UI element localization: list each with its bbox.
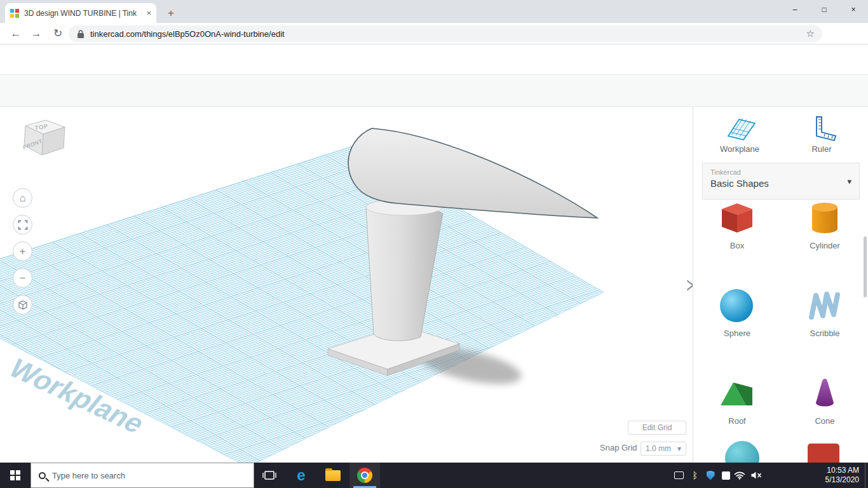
category-value: Basic Shapes bbox=[710, 178, 851, 189]
shape-tile-partial-red[interactable] bbox=[808, 444, 839, 463]
perspective-cube-icon bbox=[18, 300, 28, 310]
chrome-icon bbox=[357, 468, 372, 483]
snap-grid-label: Snap Grid bbox=[600, 443, 637, 452]
window-close-button[interactable]: × bbox=[839, 0, 868, 19]
snap-grid-select[interactable]: 1.0 mm ▾ bbox=[641, 442, 686, 456]
perspective-toggle-button[interactable] bbox=[13, 295, 32, 315]
browser-tab[interactable]: 3D design WIND TURBINE | Tink × bbox=[5, 3, 156, 23]
file-explorer-button[interactable] bbox=[318, 463, 348, 488]
3d-canvas[interactable]: Workplane TOP bbox=[0, 107, 693, 463]
window-minimize-button[interactable]: – bbox=[780, 0, 810, 19]
browser-tab-bar: 3D design WIND TURBINE | Tink × + – □ × bbox=[0, 0, 868, 23]
ruler-tool-label: Ruler bbox=[811, 144, 831, 154]
shapes-panel: Workplane Ruler Tinkercad Basic Shapes ▾ bbox=[693, 107, 868, 463]
ruler-tool-icon bbox=[804, 114, 839, 141]
edit-grid-button[interactable]: Edit Grid bbox=[628, 421, 686, 435]
window-controls: – □ × bbox=[780, 0, 868, 19]
screen: 3D design WIND TURBINE | Tink × + – □ × … bbox=[0, 0, 868, 488]
cylinder-shape-icon bbox=[804, 200, 845, 236]
search-icon bbox=[39, 472, 46, 479]
edit-toolbar: Import Export Send To bbox=[0, 75, 868, 107]
fit-view-button[interactable] bbox=[13, 215, 32, 234]
windows-logo-icon bbox=[10, 470, 20, 480]
workplane-tool-icon bbox=[722, 114, 757, 141]
defender-shield-icon[interactable] bbox=[703, 463, 718, 488]
search-input[interactable] bbox=[52, 471, 243, 480]
browser-address-bar: ← → ↻ tinkercad.com/things/elBp5Oz0OnA-w… bbox=[0, 23, 868, 44]
view-cube[interactable]: TOP FRONT bbox=[6, 117, 70, 165]
lock-icon bbox=[76, 29, 85, 39]
url-text: tinkercad.com/things/elBp5Oz0OnA-wind-tu… bbox=[90, 29, 806, 39]
tab-title: 3D design WIND TURBINE | Tink bbox=[24, 9, 142, 18]
roof-shape-icon bbox=[717, 375, 757, 412]
tinkercad-header: T I N K E R C A D WIND TURBINE All chang… bbox=[0, 44, 868, 75]
clock-date: 5/13/2020 bbox=[815, 475, 859, 485]
wifi-icon[interactable] bbox=[732, 463, 747, 488]
view-home-button[interactable]: ⌂ bbox=[13, 188, 32, 208]
zoom-in-button[interactable]: + bbox=[13, 241, 32, 261]
snap-grid-caret-icon: ▾ bbox=[677, 444, 681, 453]
bluetooth-icon[interactable]: ᛒ bbox=[688, 463, 703, 488]
tray-app-icon[interactable] bbox=[718, 463, 733, 488]
shape-grid: Box Cylinder Sphere bbox=[693, 197, 868, 460]
new-tab-button[interactable]: + bbox=[163, 5, 179, 22]
task-view-button[interactable] bbox=[254, 463, 285, 488]
fit-view-icon bbox=[18, 220, 28, 230]
shape-tile-scribble[interactable]: Scribble bbox=[781, 285, 868, 372]
chrome-taskbar-button[interactable] bbox=[349, 463, 380, 488]
taskbar-search[interactable] bbox=[31, 463, 254, 488]
cone-shape-icon bbox=[804, 375, 845, 412]
notification-tray-icon[interactable] bbox=[671, 463, 686, 488]
sphere-shape-icon bbox=[717, 287, 757, 324]
tab-close-icon[interactable]: × bbox=[146, 8, 151, 18]
start-button[interactable] bbox=[0, 463, 31, 488]
reload-icon[interactable]: ↻ bbox=[50, 23, 66, 44]
task-view-icon bbox=[262, 469, 276, 482]
panel-scrollbar[interactable] bbox=[864, 236, 867, 297]
snap-grid-value: 1.0 mm bbox=[646, 444, 671, 453]
bookmark-star-icon[interactable]: ☆ bbox=[806, 28, 815, 39]
clock-time: 10:53 AM bbox=[815, 466, 859, 475]
main-area: Workplane TOP bbox=[0, 107, 868, 463]
ruler-tool[interactable]: Ruler bbox=[796, 114, 847, 154]
shape-category-dropdown[interactable]: Tinkercad Basic Shapes ▾ bbox=[702, 163, 860, 200]
window-maximize-button[interactable]: □ bbox=[810, 0, 839, 19]
shape-tile-sphere[interactable]: Sphere bbox=[693, 285, 781, 372]
tinkercad-favicon bbox=[10, 9, 19, 18]
back-icon[interactable]: ← bbox=[8, 23, 24, 44]
show-desktop-button[interactable] bbox=[865, 463, 868, 488]
edge-icon: e bbox=[297, 463, 305, 488]
forward-icon[interactable]: → bbox=[28, 23, 44, 44]
workplane-tool-label: Workplane bbox=[720, 144, 759, 154]
shape-tile-box[interactable]: Box bbox=[693, 197, 781, 285]
taskbar-clock[interactable]: 10:53 AM 5/13/2020 bbox=[815, 463, 860, 488]
workplane-tool[interactable]: Workplane bbox=[714, 114, 765, 154]
folder-icon bbox=[325, 470, 341, 481]
shape-tile-cylinder[interactable]: Cylinder bbox=[781, 197, 868, 285]
zoom-out-button[interactable]: − bbox=[13, 268, 32, 288]
omnibox[interactable]: tinkercad.com/things/elBp5Oz0OnA-wind-tu… bbox=[69, 25, 822, 42]
category-brand: Tinkercad bbox=[710, 168, 851, 176]
category-caret-icon: ▾ bbox=[847, 177, 851, 186]
box-shape-icon bbox=[717, 200, 757, 236]
scribble-shape-icon bbox=[804, 287, 845, 324]
edge-taskbar-button[interactable]: e bbox=[286, 463, 316, 488]
windows-taskbar: e ᛒ 10:53 AM 5/13/2020 bbox=[0, 463, 868, 488]
3d-viewport[interactable]: Workplane bbox=[0, 107, 693, 463]
volume-muted-icon[interactable] bbox=[749, 463, 764, 488]
